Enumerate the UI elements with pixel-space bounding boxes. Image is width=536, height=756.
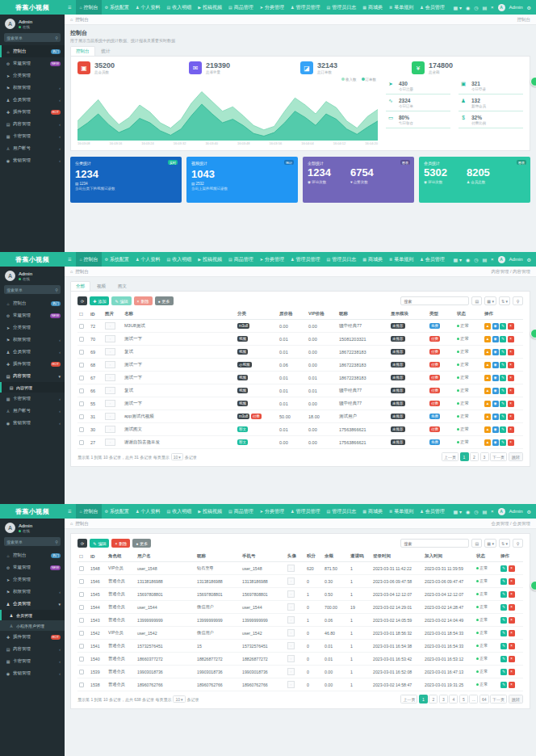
sidebar-item[interactable]: ◉ 营销管理 ‹ <box>0 154 65 166</box>
nav-tab[interactable]: ▤ 收入明细 <box>163 0 195 15</box>
preview-action-button[interactable]: ◉ <box>492 336 499 342</box>
floating-service-button[interactable] <box>530 581 536 590</box>
delete-action-button[interactable]: × <box>509 565 515 572</box>
page-button[interactable]: 64 <box>479 695 489 704</box>
column-header[interactable]: 原价格 <box>278 309 307 320</box>
preview-action-button[interactable]: ◉ <box>492 375 499 381</box>
sidebar-item[interactable]: ⚑ 权限管理 ‹ <box>0 586 65 598</box>
sidebar-item[interactable]: ✚ 插件管理 HOT <box>0 106 65 118</box>
tab[interactable]: 视频 <box>91 281 111 291</box>
export-icon[interactable]: ⇅ ▾ <box>499 539 510 548</box>
sidebar-item[interactable]: ▤ 内容管理 <box>0 382 65 393</box>
edit-action-button[interactable]: ✎ <box>500 426 506 433</box>
delete-action-button[interactable]: × <box>508 439 514 446</box>
home-icon[interactable]: ⌂ <box>70 269 73 274</box>
column-header[interactable]: 余额 <box>323 551 349 562</box>
sidebar-item[interactable]: ♙ 小程序用户管理 <box>0 620 65 631</box>
table-row[interactable]: 1542 VIP会员 user_1542 微信用户 user_1542 ◦ 0 … <box>77 627 523 640</box>
nav-tab[interactable]: ▦ 商城类 <box>359 0 386 15</box>
edit-action-button[interactable]: ✎ <box>500 682 507 688</box>
avatar-image[interactable]: ◦ <box>287 578 295 585</box>
column-header[interactable]: ID <box>89 309 103 320</box>
sidebar-item[interactable]: ◉ 营销管理 ‹ <box>0 417 65 429</box>
sidebar-item[interactable]: ♙ 用户帐号 ‹ <box>0 142 65 154</box>
edit-action-button[interactable]: ✎ <box>500 323 506 330</box>
nav-tab[interactable]: ▤ 商品管理 <box>225 252 257 267</box>
nav-tab[interactable]: ♟ 管理员管理 <box>287 252 323 267</box>
avatar-image[interactable]: ◦ <box>287 565 295 572</box>
breadcrumb-left[interactable]: 控制台 <box>75 269 89 275</box>
edit-action-button[interactable]: ✎ <box>500 401 506 407</box>
delete-action-button[interactable]: × <box>509 682 515 688</box>
sidebar-item[interactable]: ⚙ 常规管理 NEW <box>0 57 65 69</box>
row-checkbox[interactable] <box>79 566 84 571</box>
edit-action-button[interactable]: ✎ <box>500 362 506 368</box>
user-avatar[interactable]: A <box>498 4 505 11</box>
nav-tab[interactable]: ♟ 个人资料 <box>132 252 163 267</box>
avatar-image[interactable]: ◦ <box>287 668 295 675</box>
column-header[interactable]: 分类 <box>236 309 278 320</box>
tasks-icon[interactable]: ▤ <box>482 5 487 10</box>
edit-action-button[interactable]: ✎ <box>500 375 506 381</box>
column-header[interactable]: 名称 <box>123 309 236 320</box>
notifications-icon[interactable]: ◉ <box>466 257 470 262</box>
row-checkbox[interactable] <box>79 670 84 674</box>
nav-tab[interactable]: ▶ 投稿视频 <box>195 0 225 15</box>
page-button[interactable]: 1 <box>460 452 469 461</box>
sort-action-button[interactable]: ▲ <box>484 414 491 420</box>
preview-action-button[interactable]: ◉ <box>492 388 499 394</box>
delete-action-button[interactable]: × <box>508 426 514 433</box>
table-row[interactable]: 1543 普通会员 13999999999 13999999999 139999… <box>77 614 523 627</box>
preview-action-button[interactable]: ◉ <box>492 401 499 407</box>
search-button-icon[interactable]: ⚲ <box>513 296 523 305</box>
user-avatar[interactable]: A <box>498 508 505 515</box>
row-checkbox[interactable] <box>79 440 84 445</box>
clock-icon[interactable]: ◷ <box>474 257 478 262</box>
clock-icon[interactable]: ◷ <box>474 5 478 10</box>
page-button[interactable]: 上一页 <box>442 452 459 461</box>
table-row[interactable]: 1544 普通会员 user_1544 微信用户 user_1544 ◦ 0 7… <box>77 601 523 614</box>
table-row[interactable]: 31 ◦ app测试代视频 m3u8 付费 50.00 18.00 测试用户 未… <box>77 410 523 423</box>
column-header[interactable]: 积分 <box>305 551 323 562</box>
column-header[interactable]: 邀请码 <box>349 551 371 562</box>
gear-icon[interactable]: ⚙ <box>527 257 531 262</box>
row-checkbox[interactable] <box>79 618 84 623</box>
column-header[interactable]: 操作 <box>499 551 523 562</box>
sidebar-search-input[interactable]: 搜索菜单 ⚲ <box>4 33 61 42</box>
sort-action-button[interactable]: ▲ <box>484 401 491 407</box>
sort-action-button[interactable]: ▲ <box>484 323 491 330</box>
nav-tab[interactable]: ▤ 收入明细 <box>163 252 195 267</box>
preview-action-button[interactable]: ◉ <box>492 439 499 446</box>
edit-action-button[interactable]: ✎ <box>500 656 507 662</box>
delete-action-button[interactable]: × <box>508 388 514 394</box>
sidebar-item[interactable]: ⌂ 控制台 热门 <box>0 297 65 309</box>
apps-icon[interactable]: ▦ ▾ <box>454 257 462 262</box>
table-row[interactable]: 70 ◦ 测试一下 视频 0.01 0.00 15081203321 未推荐 付… <box>77 333 523 346</box>
row-checkbox[interactable] <box>79 605 84 610</box>
nav-tab[interactable]: ▶ 投稿视频 <box>195 504 225 519</box>
delete-button[interactable]: ×删除 <box>111 539 130 548</box>
clock-icon[interactable]: ◷ <box>474 509 478 514</box>
thumbnail-image[interactable]: ◦ <box>105 387 115 394</box>
column-header[interactable]: 头像 <box>286 551 305 562</box>
nav-tab[interactable]: ♟ 个人资料 <box>132 0 163 15</box>
sidebar-item[interactable]: ⚙ 常规管理 NEW <box>0 309 65 321</box>
row-checkbox[interactable] <box>79 579 84 584</box>
delete-action-button[interactable]: × <box>509 669 515 675</box>
preview-action-button[interactable]: ◉ <box>492 349 499 355</box>
page-button[interactable]: 上一页 <box>400 695 417 704</box>
column-header[interactable]: ☐ <box>77 551 89 562</box>
avatar-image[interactable]: ◦ <box>287 590 295 598</box>
sort-action-button[interactable]: ▲ <box>484 349 491 355</box>
column-header[interactable]: 昵称 <box>337 309 389 320</box>
row-checkbox[interactable] <box>79 388 84 393</box>
delete-button[interactable]: ×删除 <box>134 296 153 305</box>
nav-tab[interactable]: ▤ 收入明细 <box>163 504 195 519</box>
thumbnail-image[interactable]: ◦ <box>105 413 115 420</box>
sidebar-item[interactable]: ♟ 会员管理 <box>0 610 65 620</box>
thumbnail-image[interactable]: ◦ <box>105 348 115 355</box>
apps-icon[interactable]: ▦ ▾ <box>454 509 462 514</box>
nav-tab[interactable]: ▤ 管理员日志 <box>324 504 360 519</box>
column-header[interactable]: 显示模块 <box>389 309 428 320</box>
sidebar-search-input[interactable]: 搜索菜单 ⚲ <box>4 537 61 546</box>
